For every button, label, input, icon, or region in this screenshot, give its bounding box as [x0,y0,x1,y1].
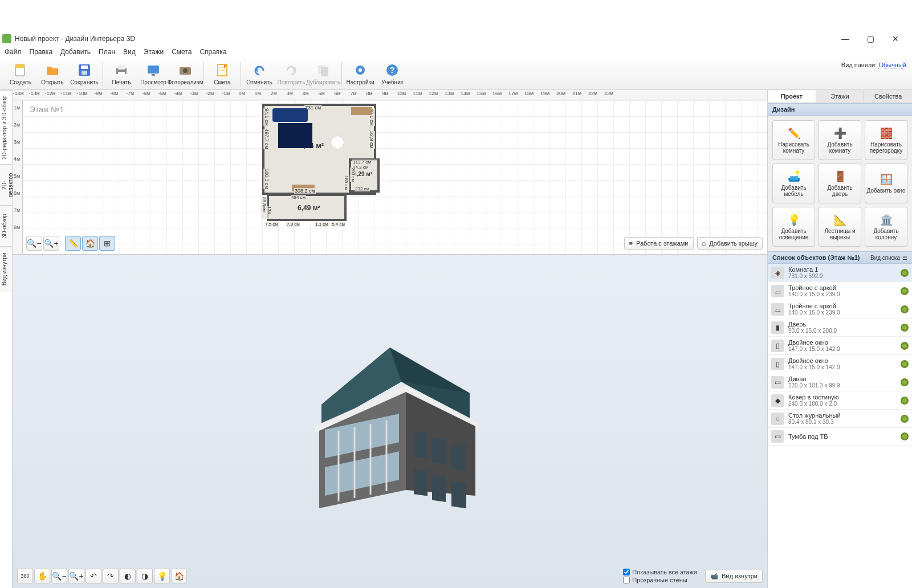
rp-tab-1[interactable]: Этажи [816,90,865,103]
rp-tab-0[interactable]: Проект [768,90,816,103]
design-btn-2[interactable]: 🧱Нарисовать перегородку [865,120,907,160]
window-maximize[interactable]: ▢ [863,33,878,44]
view-inside-button[interactable]: 📹Вид изнутри [705,570,763,583]
plan-sofa[interactable] [272,108,308,122]
svg-rect-16 [321,67,328,76]
menu-4[interactable]: Вид [123,48,136,56]
plan-area-2: 6,49 м² [298,204,320,212]
obj-item-1[interactable]: ⌓Тройное с аркой140.0 x 15.0 x 239.0 [768,282,912,300]
panel-mode-link[interactable]: Обычный [878,62,906,68]
design-btn-0[interactable]: ✏️Нарисовать комнату [772,120,815,160]
objlist-viewmode[interactable]: Вид списка☰ [870,255,907,261]
plan-room-small-right[interactable]: 4,29 м² 113,7 см 24,3 см 200 см 185 см 2… [349,158,380,193]
plan-cabinet-1[interactable] [351,107,372,115]
visibility-toggle[interactable] [901,287,909,295]
view-3d[interactable]: 360✋🔍−🔍+↶↷◐◑💡🏠 Показывать все этажиПрозр… [13,254,767,588]
object-list[interactable]: ◈Комната 1731.0 x 592.0⌓Тройное с аркой1… [768,264,912,588]
view3d-tool-hand[interactable]: ✋ [34,569,50,583]
toolbar-save[interactable]: Сохранить [68,61,100,87]
menu-1[interactable]: Правка [30,48,53,56]
left-tab-3[interactable]: Вид изнутри [0,246,12,292]
plan-tool-zoom-out[interactable]: 🔍− [26,236,42,251]
menu-0[interactable]: Файл [5,48,22,56]
design-btn-4[interactable]: 🚪Добавить дверь [819,164,861,203]
toolbar-camera[interactable]: Фотореализм [169,61,201,87]
plan-tool-grid[interactable]: ⊞ [99,236,115,251]
view3d-tool-home[interactable]: 🏠 [171,569,187,583]
rp-tab-2[interactable]: Свойства [864,90,912,103]
design-btn-8[interactable]: 🏛️Добавить колонну [865,207,907,247]
obj-item-5[interactable]: ▯Двойное окно147.0 x 15.0 x 142.0 [768,355,912,373]
visibility-toggle[interactable] [901,269,909,277]
left-tab-0[interactable]: 2D-редактор и 3D-обзор [0,90,12,164]
obj-item-2[interactable]: ⌓Тройное с аркой140.0 x 15.0 x 239.0 [768,300,912,318]
plan-table[interactable] [331,136,344,149]
menu-2[interactable]: Добавить [60,48,91,56]
visibility-toggle[interactable] [901,324,909,332]
toolbar-help[interactable]: ?Учебник [376,61,408,87]
toolbar-file[interactable]: Создать [5,61,36,87]
svg-rect-3 [81,66,88,69]
toolbar-note[interactable]: Смета [206,61,238,87]
window-minimize[interactable]: — [838,33,853,44]
floors-button[interactable]: ≡Работа с этажами [624,237,694,250]
window-close[interactable]: ✕ [888,33,903,44]
obj-item-8[interactable]: ○Стол журнальный80.4 x 80.1 x 30.3 [768,410,912,428]
visibility-toggle[interactable] [901,397,909,405]
menu-5[interactable]: Этажи [144,48,164,56]
toolbar-folder[interactable]: Открыть [36,61,68,87]
design-btn-3[interactable]: 🛋️Добавить мебель [772,164,815,203]
plan-rug[interactable] [278,123,312,148]
view3d-tool-orbit-r[interactable]: ↷ [103,569,119,583]
view3d-tool-zoom-in[interactable]: 🔍+ [68,569,84,583]
menu-7[interactable]: Справка [199,48,226,56]
design-btn-5[interactable]: 🪟Добавить окно [865,164,907,203]
view3d-tool-zoom-out[interactable]: 🔍− [51,569,67,583]
design-btn-1[interactable]: ➕Добавить комнату [819,120,861,160]
obj-item-4[interactable]: ▯Двойное окно147.0 x 15.0 x 142.0 [768,337,912,355]
plan-tool-zoom-in[interactable]: 🔍+ [43,236,59,251]
add-roof-button[interactable]: ⌂Добавить крышу [697,237,763,250]
toolbar-undo[interactable]: Отменить [243,61,275,87]
house-3d-model[interactable] [287,330,492,513]
visibility-toggle[interactable] [901,432,909,440]
design-header: Дизайн [768,103,912,116]
toolbar-print[interactable]: Печать [105,61,137,87]
toolbar-gear[interactable]: Настройки [344,61,376,87]
menu-3[interactable]: План [99,48,115,56]
obj-item-6[interactable]: ▭Диван220.0 x 101.3 x 99.9 [768,373,912,391]
plan-room-bottom[interactable]: 6,49 м² 484 см 85,8 см 134 см 7,5 см 7,8… [267,194,347,221]
view3d-check-1[interactable]: Прозрачные стены [623,577,697,583]
svg-rect-8 [148,66,159,74]
visibility-toggle[interactable] [901,378,909,386]
svg-rect-37 [432,475,446,501]
plan-tool-home[interactable]: 🏠 [82,236,98,251]
view3d-tool-lasso-l[interactable]: ◐ [120,569,136,583]
toolbar-screen[interactable]: Просмотр [137,61,169,87]
visibility-toggle[interactable] [901,305,909,313]
obj-item-9[interactable]: ▭Тумба под ТВ [768,428,912,446]
view3d-check-0[interactable]: Показывать все этажи [623,569,697,575]
obj-item-0[interactable]: ◈Комната 1731.0 x 592.0 [768,264,912,282]
left-tab-2[interactable]: 3D-обзор [0,205,12,246]
menu-6[interactable]: Смета [172,48,192,56]
obj-icon: ▮ [771,321,784,334]
dim-484: 484 см [291,195,306,200]
visibility-toggle[interactable] [901,415,909,423]
plan-tool-ruler[interactable]: 📏 [65,236,81,251]
obj-item-3[interactable]: ▮Дверь90.0 x 15.0 x 200.0 [768,318,912,337]
view3d-tool-lasso-r[interactable]: ◑ [137,569,153,583]
left-tab-1[interactable]: 2D-редактор [0,164,12,205]
design-btn-7[interactable]: 📐Лестницы и вырезы [819,207,861,247]
design-icon-0: ✏️ [787,126,801,140]
view3d-tool-orbit-l[interactable]: ↶ [85,569,101,583]
design-btn-6[interactable]: 💡Добавить освещение [772,207,815,247]
view3d-tool-rotate360[interactable]: 360 [17,569,33,583]
plan-2d-view[interactable]: Этаж №1 731 см 94,1 см 497,7 см 100,3 см… [23,100,767,254]
visibility-toggle[interactable] [901,360,909,368]
view3d-tool-bulb[interactable]: 💡 [154,569,170,583]
obj-icon: ▯ [771,340,784,352]
visibility-toggle[interactable] [901,342,909,350]
svg-rect-36 [414,469,427,496]
obj-item-7[interactable]: ◆Ковер в гостиную240.0 x 180.0 x 2.0 [768,391,912,410]
